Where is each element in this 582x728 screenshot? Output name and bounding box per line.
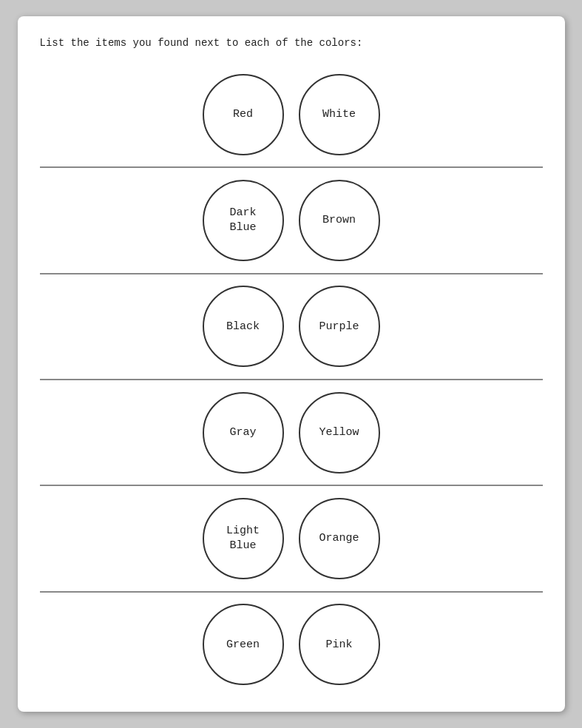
circle-label-4-0: Light Blue [226,524,260,553]
circle-2-1: Purple [299,286,380,367]
circles-group-0: RedWhite [203,74,380,155]
color-row-3: GrayYellow [40,380,543,486]
circles-group-1: Dark BlueBrown [203,180,380,261]
circle-1-1: Brown [299,180,380,261]
circle-5-1: Pink [299,604,380,685]
circle-label-3-1: Yellow [319,425,359,440]
color-row-2: BlackPurple [40,274,543,380]
circle-label-5-0: Green [226,638,260,653]
circle-label-1-1: Brown [322,213,356,228]
circle-4-1: Orange [299,498,380,579]
circle-label-2-1: Purple [319,320,359,334]
circle-2-0: Black [203,286,284,367]
circles-group-4: Light BlueOrange [203,498,380,579]
circle-label-2-0: Black [226,320,260,334]
color-row-4: Light BlueOrange [40,486,543,592]
circle-4-0: Light Blue [203,498,284,579]
circle-1-0: Dark Blue [203,180,284,261]
circle-label-1-0: Dark Blue [229,206,256,235]
color-row-0: RedWhite [40,62,543,168]
rows-container: RedWhiteDark BlueBrownBlackPurpleGrayYel… [40,62,543,697]
circle-0-1: White [299,74,380,155]
circle-label-4-1: Orange [319,531,359,546]
color-row-1: Dark BlueBrown [40,168,543,274]
circle-5-0: Green [203,604,284,685]
instruction-text: List the items you found next to each of… [40,37,543,49]
circle-label-3-0: Gray [229,425,256,440]
circle-label-0-1: White [322,107,356,122]
circle-0-0: Red [203,74,284,155]
circle-label-0-0: Red [233,107,253,122]
circles-group-5: GreenPink [203,604,380,685]
color-row-5: GreenPink [40,593,543,697]
page: List the items you found next to each of… [18,16,565,712]
circles-group-2: BlackPurple [203,286,380,367]
circles-group-3: GrayYellow [203,392,380,473]
circle-label-5-1: Pink [325,638,352,653]
circle-3-1: Yellow [299,392,380,473]
circle-3-0: Gray [203,392,284,473]
